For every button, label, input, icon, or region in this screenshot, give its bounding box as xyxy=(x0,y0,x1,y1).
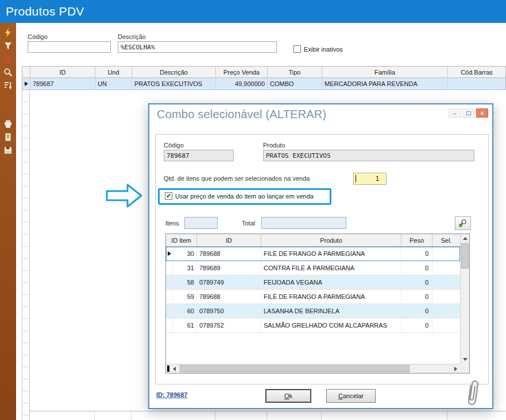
main-grid-row[interactable]: 789687 UN PRATOS EXECUTIVOS 49,900000 CO… xyxy=(22,78,506,90)
sort-icon xyxy=(3,81,13,90)
dialog-codigo-value: 789687 xyxy=(167,152,190,160)
scrollbar-corner xyxy=(460,364,469,373)
id-link[interactable]: ID: 789687 xyxy=(156,391,187,398)
cell-sel xyxy=(432,290,460,304)
exibir-inativos-checkbox[interactable]: Exibir inativos xyxy=(293,45,343,53)
ok-button[interactable]: Ok xyxy=(265,389,311,403)
cell-barras xyxy=(448,78,505,90)
save-icon xyxy=(3,146,13,155)
close-button[interactable]: × xyxy=(476,108,488,118)
main-grid-col-und[interactable]: Und xyxy=(95,67,132,77)
cell-id: 789687 xyxy=(30,78,95,90)
scroll-down-button[interactable] xyxy=(461,355,469,364)
scroll-up-icon xyxy=(463,237,468,240)
dialog-codigo-field[interactable]: 789687 xyxy=(164,150,234,161)
cell-id-item: 60 xyxy=(173,304,197,318)
cell-tipo: COMBO xyxy=(268,78,322,90)
cell-id: 789689 xyxy=(197,261,261,275)
current-row-marker-icon xyxy=(25,81,28,86)
scroll-right-icon xyxy=(454,367,457,371)
qtd-itens-label: Qtd. de itens que podem ser selecionados… xyxy=(164,175,310,182)
cell-descricao: PRATOS EXECUTIVOS xyxy=(132,78,216,90)
combo-items-grid: ID item ID Produto Peso Sel. 30 789688 F… xyxy=(165,234,470,374)
search-item-button[interactable] xyxy=(455,216,471,230)
zoom-icon xyxy=(3,68,13,77)
col-sel[interactable]: Sel. xyxy=(432,234,460,246)
filter-button[interactable] xyxy=(1,39,15,52)
sort-button[interactable] xyxy=(1,79,15,92)
col-id-item[interactable]: ID item xyxy=(166,234,197,246)
cell-sel xyxy=(432,275,460,289)
main-grid-header: ID Und Descrição Preço Venda Tipo Famíli… xyxy=(22,66,506,78)
cell-sel xyxy=(432,261,460,275)
combo-grid-row[interactable]: 61 0789752 SALMÃO GRELHADO COM ALCAPARRA… xyxy=(166,318,460,333)
cell-preco: 49,900000 xyxy=(216,78,268,90)
combo-selecionavel-dialog: Combo selecionável (ALTERAR) – × Código … xyxy=(148,103,493,409)
sync-button[interactable] xyxy=(1,26,15,39)
horizontal-scrollbar[interactable] xyxy=(166,364,460,373)
qtd-itens-input[interactable]: 1 xyxy=(353,173,387,185)
print-button[interactable] xyxy=(1,117,15,130)
cell-id: 789688 xyxy=(197,290,261,304)
main-grid-col-familia[interactable]: Família xyxy=(322,67,448,77)
main-grid-col-barras[interactable]: Cód.Barras xyxy=(448,67,505,77)
cancel-button-label: Cancelar xyxy=(338,392,364,399)
cell-id: 0789749 xyxy=(197,275,261,289)
zoom-button[interactable] xyxy=(1,65,15,79)
descricao-label: Descrição xyxy=(118,33,146,40)
usar-preco-venda-label: Usar preço de venda do item ao lançar em… xyxy=(175,193,314,200)
main-grid-selector-header xyxy=(22,67,30,77)
qtd-itens-value: 1 xyxy=(375,175,379,182)
report-button[interactable] xyxy=(1,130,15,143)
codigo-label: Código xyxy=(28,33,48,40)
usar-preco-venda-checkbox[interactable]: Usar preço de venda do item ao lançar em… xyxy=(165,192,314,200)
row-marker-cell xyxy=(166,261,173,275)
combo-grid-row[interactable]: 60 0789750 LASANHA DE BERINJELA 0 xyxy=(166,304,460,318)
col-produto[interactable]: Produto xyxy=(261,234,401,246)
restore-icon xyxy=(466,111,471,115)
combo-grid-row[interactable]: 58 0789749 FEIJOADA VEGANA 0 xyxy=(166,275,460,290)
scroll-up-button[interactable] xyxy=(461,234,469,243)
col-peso[interactable]: Peso xyxy=(401,234,432,246)
main-grid-col-tipo[interactable]: Tipo xyxy=(268,67,322,77)
scroll-right-button[interactable] xyxy=(451,364,460,373)
col-id[interactable]: ID xyxy=(197,234,261,246)
row-marker-cell xyxy=(166,318,173,332)
page-title: Produtos PDV xyxy=(6,5,84,18)
restore-button[interactable] xyxy=(462,108,474,118)
total-input[interactable] xyxy=(261,217,346,229)
clear-filter-button[interactable] xyxy=(1,52,15,65)
save-button[interactable] xyxy=(1,143,15,157)
descricao-input[interactable]: %ESCOLHA% xyxy=(118,41,277,53)
cell-id-item: 31 xyxy=(173,261,197,275)
cell-produto: SALMÃO GRELHADO COM ALCAPARRAS xyxy=(261,318,401,332)
filter-icon xyxy=(3,41,13,50)
cancel-button[interactable]: Cancelar xyxy=(326,389,376,403)
codigo-input[interactable] xyxy=(28,41,111,53)
search-icon xyxy=(458,219,468,228)
main-grid-col-id[interactable]: ID xyxy=(30,67,95,77)
itens-input[interactable] xyxy=(184,217,218,229)
checkbox-unchecked-icon xyxy=(293,45,301,53)
close-icon: × xyxy=(480,110,484,116)
current-row-marker-icon xyxy=(168,251,171,256)
paperclip-attachment-icon[interactable] xyxy=(462,376,484,411)
minimize-button[interactable]: – xyxy=(449,108,461,118)
cell-produto: FILÉ DE FRANGO A PARMEGIANA xyxy=(261,290,401,304)
cell-peso: 0 xyxy=(401,275,432,289)
cell-id: 789688 xyxy=(197,247,261,260)
main-grid-col-descricao[interactable]: Descrição xyxy=(132,67,216,77)
dialog-produto-field[interactable]: PRATOS EXECUTIVOS xyxy=(263,150,474,161)
cell-sel xyxy=(432,304,460,318)
horizontal-scroll-thumb[interactable] xyxy=(180,365,410,372)
cell-id-item: 58 xyxy=(173,275,197,289)
combo-grid-row[interactable]: 59 789688 FILÉ DE FRANGO A PARMEGIANA 0 xyxy=(166,290,460,304)
combo-grid-row[interactable]: 30 789688 FILÉ DE FRANGO A PARMEGIANA 0 xyxy=(166,247,460,261)
vertical-scrollbar[interactable] xyxy=(460,234,469,364)
cell-und: UN xyxy=(95,78,132,90)
grid-edge-marker xyxy=(167,365,169,372)
main-grid-col-preco[interactable]: Preço Venda xyxy=(216,67,268,77)
combo-grid-row[interactable]: 31 789689 CONTRA FILÉ À PARMEGIANA 0 xyxy=(166,261,460,275)
scroll-left-button[interactable] xyxy=(170,364,179,373)
vertical-scroll-thumb[interactable] xyxy=(461,243,469,269)
